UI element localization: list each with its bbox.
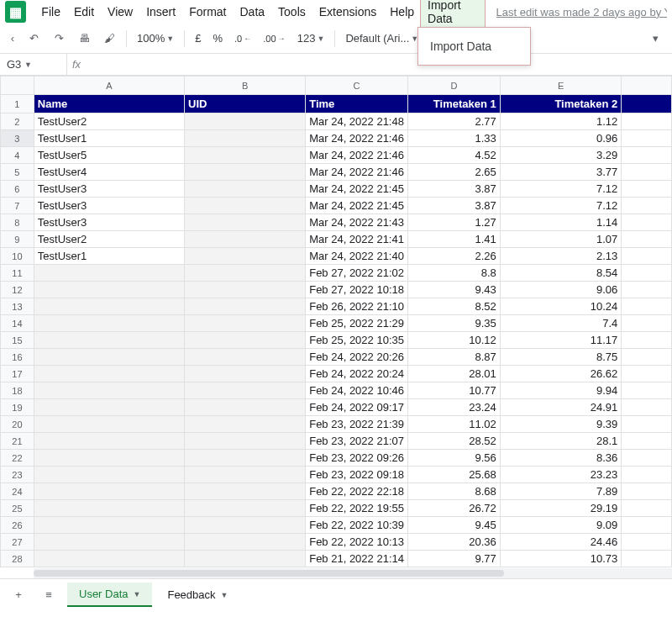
cell[interactable]: 1.14 [500,214,622,231]
cell[interactable] [622,198,672,214]
cell[interactable] [34,332,184,349]
cell[interactable]: 4.52 [407,147,500,164]
column-header[interactable]: E [500,76,622,95]
cell[interactable]: 2.26 [407,248,500,265]
cell[interactable] [185,298,306,315]
cell[interactable]: TestUser1 [34,130,184,147]
cell[interactable]: Name [34,95,184,113]
cell[interactable] [622,366,672,382]
cell[interactable]: Mar 24, 2022 21:48 [306,113,408,130]
cell[interactable]: Feb 21, 2022 21:14 [306,551,408,567]
cell[interactable]: TestUser2 [34,113,184,130]
cell[interactable] [185,500,306,517]
cell[interactable] [34,399,184,416]
cell[interactable]: 8.52 [407,298,500,315]
cell[interactable]: 9.94 [500,382,622,399]
row-header[interactable]: 15 [1,332,34,349]
cell[interactable]: 11.17 [500,332,622,349]
cell[interactable]: Feb 26, 2022 21:10 [306,298,408,315]
cell[interactable] [622,282,672,298]
cell[interactable] [622,164,672,181]
cell[interactable] [185,315,306,332]
cell[interactable] [185,349,306,366]
row-header[interactable]: 27 [1,534,34,551]
cell[interactable] [185,366,306,382]
cell[interactable]: 28.52 [407,433,500,450]
cell[interactable] [622,231,672,248]
cell[interactable] [34,467,184,483]
cell[interactable]: Mar 24, 2022 21:45 [306,181,408,198]
cell[interactable] [34,551,184,567]
cell[interactable] [622,147,672,164]
cell[interactable] [34,315,184,332]
cell[interactable]: Feb 24, 2022 20:26 [306,349,408,366]
cell[interactable]: 8.75 [500,349,622,366]
cell[interactable]: 8.8 [407,265,500,282]
row-header[interactable]: 11 [1,265,34,282]
cell[interactable]: 23.23 [500,467,622,483]
horizontal-scrollbar[interactable] [34,568,672,578]
cell[interactable] [622,265,672,282]
cell[interactable]: Feb 24, 2022 20:24 [306,366,408,382]
redo-icon[interactable]: ↷ [49,29,69,49]
cell[interactable]: 1.12 [500,113,622,130]
cell[interactable]: 29.19 [500,500,622,517]
row-header[interactable]: 4 [1,147,34,164]
last-edit-link[interactable]: Last edit was made 2 days ago by Y [496,6,667,18]
row-header[interactable]: 23 [1,467,34,483]
row-header[interactable]: 6 [1,181,34,198]
column-header[interactable]: B [185,76,306,95]
row-header[interactable]: 3 [1,130,34,147]
cell[interactable]: TestUser5 [34,147,184,164]
cell[interactable] [185,231,306,248]
cell[interactable]: TestUser1 [34,248,184,265]
cell[interactable]: 9.35 [407,315,500,332]
row-header[interactable]: 18 [1,382,34,399]
cell[interactable] [622,332,672,349]
cell[interactable] [34,366,184,382]
cell[interactable]: 9.77 [407,551,500,567]
cell[interactable]: 24.46 [500,534,622,551]
column-header[interactable]: C [306,76,408,95]
cell[interactable]: 24.91 [500,399,622,416]
cell[interactable]: 2.77 [407,113,500,130]
cell[interactable] [34,265,184,282]
cell[interactable] [185,551,306,567]
cell[interactable]: 9.45 [407,517,500,534]
cell[interactable]: 20.36 [407,534,500,551]
cell[interactable]: TestUser2 [34,231,184,248]
cell[interactable] [34,483,184,500]
cell[interactable] [185,517,306,534]
cell[interactable] [34,416,184,433]
cell[interactable]: Feb 24, 2022 09:17 [306,399,408,416]
menu-edit[interactable]: Edit [67,2,101,22]
paint-format-icon[interactable]: 🖌 [99,29,119,49]
toolbar-overflow-icon[interactable]: ▾ [645,29,665,49]
cell[interactable] [185,214,306,231]
scrollbar-thumb[interactable] [34,570,504,577]
cell[interactable]: Feb 27, 2022 10:18 [306,282,408,298]
cell[interactable]: Feb 23, 2022 09:26 [306,450,408,467]
row-header[interactable]: 25 [1,500,34,517]
cell[interactable]: TestUser3 [34,181,184,198]
cell[interactable]: 8.54 [500,265,622,282]
row-header[interactable]: 12 [1,282,34,298]
cell[interactable]: 11.02 [407,416,500,433]
cell[interactable]: 26.62 [500,366,622,382]
menu-insert[interactable]: Insert [139,2,182,22]
more-left-icon[interactable]: ‹ [7,29,18,49]
cell[interactable]: 2.65 [407,164,500,181]
undo-icon[interactable]: ↶ [24,29,44,49]
cell[interactable] [622,248,672,265]
cell[interactable] [622,450,672,467]
cell[interactable]: Feb 25, 2022 10:35 [306,332,408,349]
cell[interactable]: 8.36 [500,450,622,467]
increase-decimal-button[interactable]: .00→ [260,32,288,45]
cell[interactable]: Timetaken 1 [407,95,500,113]
cell[interactable]: Feb 23, 2022 21:07 [306,433,408,450]
cell[interactable] [622,214,672,231]
cell[interactable] [185,416,306,433]
cell[interactable]: Mar 24, 2022 21:46 [306,147,408,164]
cell[interactable] [622,130,672,147]
cell[interactable]: UID [185,95,306,113]
